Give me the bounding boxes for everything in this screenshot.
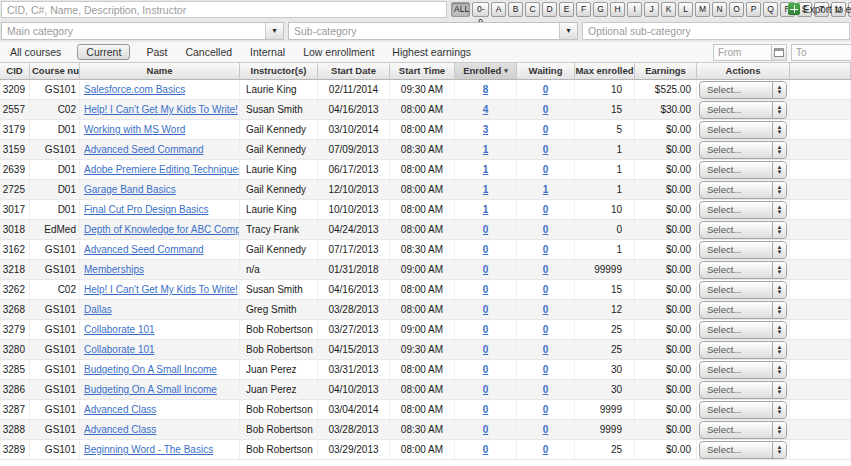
tab-internal[interactable]: Internal	[248, 45, 287, 59]
column-header-start-date[interactable]: Start Date	[318, 62, 390, 80]
alpha-filter-n[interactable]: N	[712, 2, 727, 17]
enrolled-link[interactable]: 0	[483, 364, 489, 375]
action-select[interactable]: Select...▲▼	[699, 281, 787, 299]
enrolled-link[interactable]: 8	[483, 84, 489, 95]
action-select[interactable]: Select...▲▼	[699, 321, 787, 339]
calendar-icon[interactable]	[771, 45, 786, 60]
name-link[interactable]: Working with MS Word	[84, 124, 185, 135]
name-link[interactable]: Advanced Class	[84, 404, 156, 415]
column-header-earnings[interactable]: Earnings	[635, 62, 697, 80]
tab-low-enrollment[interactable]: Low enrollment	[301, 45, 376, 59]
waiting-link[interactable]: 0	[543, 344, 549, 355]
waiting-link[interactable]: 0	[543, 124, 549, 135]
enrolled-link[interactable]: 0	[483, 404, 489, 415]
optional-sub-category-input[interactable]	[582, 22, 850, 40]
action-select[interactable]: Select...▲▼	[699, 141, 787, 159]
name-link[interactable]: Salesforce.com Basics	[84, 84, 185, 95]
date-to-input[interactable]	[792, 45, 851, 60]
waiting-link[interactable]: 0	[543, 444, 549, 455]
waiting-link[interactable]: 0	[543, 224, 549, 235]
waiting-link[interactable]: 0	[543, 364, 549, 375]
alpha-filter-all[interactable]: ALL	[451, 2, 470, 17]
enrolled-link[interactable]: 4	[483, 104, 489, 115]
name-link[interactable]: Budgeting On A Small Income	[84, 384, 217, 395]
main-category-select[interactable]: Main category ▾	[1, 22, 284, 40]
action-select[interactable]: Select...▲▼	[699, 361, 787, 379]
action-select[interactable]: Select...▲▼	[699, 381, 787, 399]
enrolled-link[interactable]: 0	[483, 384, 489, 395]
alpha-filter-b[interactable]: B	[508, 2, 523, 17]
name-link[interactable]: Collaborate 101	[84, 344, 155, 355]
name-link[interactable]: Memberships	[84, 264, 144, 275]
name-link[interactable]: Final Cut Pro Design Basics	[84, 204, 209, 215]
waiting-link[interactable]: 0	[543, 164, 549, 175]
alpha-filter-i[interactable]: I	[627, 2, 642, 17]
sub-category-select[interactable]: Sub-category ▾	[288, 22, 578, 40]
name-link[interactable]: Advanced Seed Command	[84, 144, 204, 155]
enrolled-link[interactable]: 0	[483, 324, 489, 335]
tab-past[interactable]: Past	[144, 45, 169, 59]
enrolled-link[interactable]: 0	[483, 444, 489, 455]
search-input[interactable]	[1, 1, 447, 18]
action-select[interactable]: Select...▲▼	[699, 101, 787, 119]
alpha-filter-k[interactable]: K	[661, 2, 676, 17]
waiting-link[interactable]: 0	[543, 324, 549, 335]
enrolled-link[interactable]: 1	[483, 144, 489, 155]
name-link[interactable]: Budgeting On A Small Income	[84, 364, 217, 375]
waiting-link[interactable]: 0	[543, 284, 549, 295]
name-link[interactable]: Beginning Word - The Basics	[84, 444, 213, 455]
column-header-enrolled[interactable]: Enrolled▾	[455, 62, 517, 80]
action-select[interactable]: Select...▲▼	[699, 401, 787, 419]
column-header-start-time[interactable]: Start Time	[390, 62, 455, 80]
waiting-link[interactable]: 0	[543, 404, 549, 415]
alpha-filter-p[interactable]: P	[746, 2, 761, 17]
alpha-filter-o[interactable]: O	[729, 2, 744, 17]
waiting-link[interactable]: 1	[543, 184, 549, 195]
action-select[interactable]: Select...▲▼	[699, 161, 787, 179]
alpha-filter-a[interactable]: A	[491, 2, 506, 17]
action-select[interactable]: Select...▲▼	[699, 201, 787, 219]
name-link[interactable]: Dallas	[84, 304, 112, 315]
waiting-link[interactable]: 0	[543, 304, 549, 315]
waiting-link[interactable]: 0	[543, 264, 549, 275]
alpha-filter-m[interactable]: M	[695, 2, 710, 17]
waiting-link[interactable]: 0	[543, 104, 549, 115]
name-link[interactable]: Adobe Premiere Editing Techniques	[84, 164, 240, 175]
alpha-filter-l[interactable]: L	[678, 2, 693, 17]
waiting-link[interactable]: 0	[543, 424, 549, 435]
enrolled-link[interactable]: 1	[483, 184, 489, 195]
alpha-filter-e[interactable]: E	[559, 2, 574, 17]
name-link[interactable]: Help! I Can't Get My Kids To Write!	[84, 284, 238, 295]
name-link[interactable]: Help! I Can't Get My Kids To Write!	[84, 104, 238, 115]
tab-current[interactable]: Current	[77, 44, 130, 60]
action-select[interactable]: Select...▲▼	[699, 341, 787, 359]
action-select[interactable]: Select...▲▼	[699, 181, 787, 199]
alpha-filter-g[interactable]: G	[593, 2, 608, 17]
action-select[interactable]: Select...▲▼	[699, 261, 787, 279]
enrolled-link[interactable]: 1	[483, 164, 489, 175]
alpha-filter-j[interactable]: J	[644, 2, 659, 17]
alpha-filter-f[interactable]: F	[576, 2, 591, 17]
enrolled-link[interactable]: 0	[483, 344, 489, 355]
date-from-input[interactable]	[714, 45, 771, 60]
action-select[interactable]: Select...▲▼	[699, 441, 787, 459]
alpha-filter-c[interactable]: C	[525, 2, 540, 17]
action-select[interactable]: Select...▲▼	[699, 241, 787, 259]
enrolled-link[interactable]: 0	[483, 284, 489, 295]
action-select[interactable]: Select...▲▼	[699, 81, 787, 99]
column-header-instructor-s[interactable]: Instructor(s)	[240, 62, 318, 80]
action-select[interactable]: Select...▲▼	[699, 121, 787, 139]
waiting-link[interactable]: 0	[543, 244, 549, 255]
date-to-field[interactable]	[791, 44, 851, 61]
waiting-link[interactable]: 0	[543, 384, 549, 395]
waiting-link[interactable]: 0	[543, 84, 549, 95]
waiting-link[interactable]: 0	[543, 204, 549, 215]
date-from-field[interactable]	[713, 44, 787, 61]
name-link[interactable]: Garage Band Basics	[84, 184, 176, 195]
tab-highest-earnings[interactable]: Highest earnings	[390, 45, 473, 59]
enrolled-link[interactable]: 3	[483, 124, 489, 135]
enrolled-link[interactable]: 0	[483, 304, 489, 315]
alpha-filter-d[interactable]: D	[542, 2, 557, 17]
action-select[interactable]: Select...▲▼	[699, 221, 787, 239]
column-header-actions[interactable]: Actions	[697, 62, 790, 80]
